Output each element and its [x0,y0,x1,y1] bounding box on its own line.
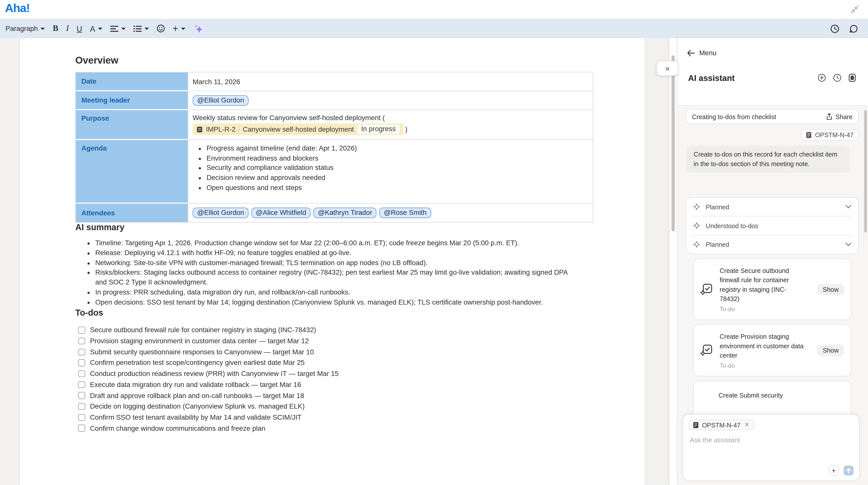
panel-toggle-button[interactable] [849,73,856,82]
chevron-down-icon [98,27,102,30]
document-editor[interactable]: Overview Date March 11, 2026 Meeting lea… [21,38,645,485]
todo-checkbox[interactable] [78,348,85,356]
history-button[interactable] [830,24,839,33]
paragraph-style-dropdown[interactable]: Paragraph [5,25,45,32]
todo-checkbox[interactable] [78,414,85,421]
text-style-dropdown[interactable]: A [90,24,102,33]
bullet-list-icon [133,25,142,32]
step-row-understood[interactable]: Understood to-dos [686,216,858,235]
agenda-item: Open questions and next steps [207,183,589,193]
record-id: IMPL-R-2 [206,125,236,133]
todo-checkbox[interactable] [78,327,85,334]
panel-scrollbar-thumb[interactable] [864,110,867,233]
summary-item: Risks/blockers: Staging lacks outbound a… [95,268,574,288]
emoji-icon [157,24,165,33]
table-label-agenda: Agenda [76,140,188,204]
todo-checkbox[interactable] [78,381,85,388]
collapse-window-icon[interactable] [850,4,860,14]
editor-toolbar: Paragraph B I U A + [0,19,868,38]
agenda-item: Decision review and approvals needed [207,173,589,183]
back-to-menu-button[interactable]: Menu [687,49,716,57]
table-value-purpose: Weekly status review for Canyonview self… [188,110,593,140]
ai-assistant-button[interactable] [193,24,203,34]
comments-button[interactable] [849,24,858,33]
chevron-down-icon[interactable] [845,205,851,209]
record-status-badge: In progress [357,125,400,134]
italic-button[interactable]: I [66,24,69,33]
sparkle-icon [193,24,203,34]
record-reference-chip[interactable]: IMPL-R-2 Canyonview self-hosted deployme… [193,123,404,135]
todo-row: Draft and approve rollback plan and on-c… [78,390,594,401]
todo-row: Execute data migration dry run and valid… [78,379,594,390]
attach-button[interactable]: + [829,466,839,476]
step-row-planned-2[interactable]: Planned [686,235,858,253]
table-value-date: March 11, 2026 [188,72,593,91]
underline-button[interactable]: U [76,24,82,33]
plus-icon: + [832,466,836,475]
overview-table: Date March 11, 2026 Meeting leader @Elli… [75,72,594,222]
card-record-type: To-do [720,306,804,312]
thread-title: Creating to-dos from checklist [692,113,776,120]
ai-summary-heading: AI summary [75,223,594,233]
summary-item: Release: Deploying v4.12.1 with hotfix H… [95,248,574,258]
todo-checkbox[interactable] [78,425,85,432]
purpose-close-paren: ) [405,125,407,133]
todo-sparkle-icon [701,283,712,295]
todo-row: Decide on logging destination (Canyonvie… [78,401,594,412]
app-window: Aha! Paragraph B I U A [0,0,868,485]
agenda-item: Security and compliance validation statu… [207,163,589,173]
todo-row: Confirm penetration test scope/contingen… [78,357,594,368]
thread-title-bar[interactable]: Creating to-dos from checklist Share [686,109,859,124]
purpose-text: Weekly status review for Canyonview self… [193,114,589,122]
document-icon [806,132,812,138]
assistant-steps-card: Planned Understood to-dos Planned [686,197,859,254]
ai-assistant-panel: Menu AI assistant [677,38,868,485]
record-name: Canyonview self-hosted deployment [243,125,354,133]
comment-bubble-icon [849,24,858,33]
summary-item: Networking: Site-to-site VPN with custom… [95,258,574,268]
list-dropdown[interactable] [133,25,149,32]
show-button[interactable]: Show [817,284,844,295]
insert-dropdown[interactable]: + [173,25,185,32]
plus-icon: + [173,25,178,32]
todo-row: Confirm SSO test tenant availability by … [78,412,594,423]
send-button[interactable] [844,466,854,476]
show-button[interactable]: Show [817,345,844,356]
scrollbar-thumb[interactable] [672,55,675,231]
table-label-leader: Meeting leader [76,91,188,110]
document-scrollbar[interactable] [670,38,677,485]
sparkle-step-icon [693,203,701,210]
card-title: Create Submit security [718,391,803,400]
step-row-planned[interactable]: Planned [686,198,858,216]
mention-pill[interactable]: @Elliot Gordon [193,95,249,106]
mention-pill[interactable]: @Alice Whitfield [251,208,311,218]
top-bar: Aha! [0,0,868,19]
overview-heading: Overview [75,55,594,66]
mention-pill[interactable]: @Elliot Gordon [193,208,249,218]
emoji-button[interactable] [157,24,165,33]
mention-pill[interactable]: @Kathryn Tirador [313,208,376,218]
summary-item: Timeline: Targeting Apr 1, 2026. Product… [95,239,574,248]
share-icon [826,113,833,120]
todo-checkbox[interactable] [78,370,85,377]
summary-item: In progress: PRR scheduling, data migrat… [95,288,574,298]
share-button[interactable]: Share [826,113,852,120]
collapse-panel-tab[interactable]: » [657,61,678,75]
record-ref-chip[interactable]: OPSTM-N-47 [801,129,859,141]
new-conversation-button[interactable] [818,73,826,82]
context-record-chip[interactable]: OPSTM-N-47 ✕ [688,420,754,430]
todo-checkbox[interactable] [78,403,85,410]
conversation-history-button[interactable] [833,73,841,82]
mention-pill[interactable]: @Rose Smith [379,208,431,218]
remove-chip-icon[interactable]: ✕ [744,421,749,428]
ask-assistant-input[interactable] [688,435,854,444]
chevron-down-icon [145,27,149,30]
chevron-down-icon[interactable] [845,243,851,246]
bold-button[interactable]: B [53,24,58,33]
chevron-down-icon [41,27,45,30]
todo-checkbox[interactable] [78,392,85,399]
todo-checkbox[interactable] [78,359,85,366]
alignment-dropdown[interactable] [110,25,126,32]
todo-checkbox[interactable] [78,337,85,344]
table-label-date: Date [76,72,188,91]
